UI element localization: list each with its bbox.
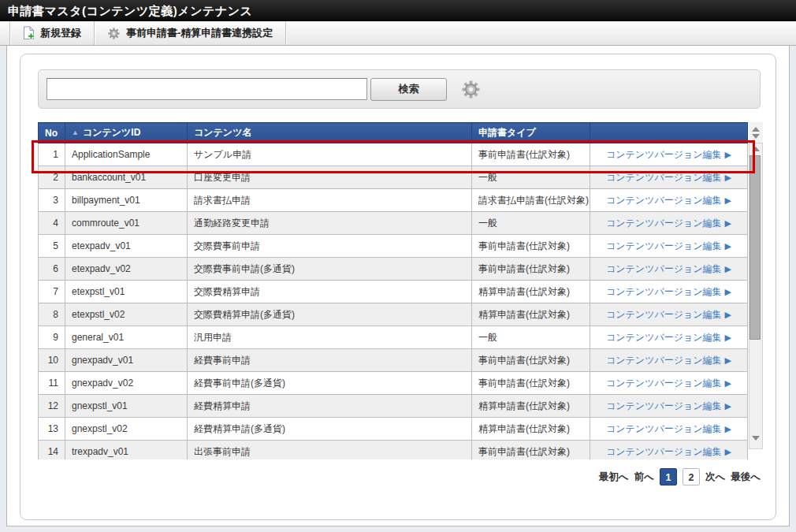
content-version-edit-label: コンテンツバージョン編集 — [606, 309, 722, 320]
scroll-up-icon[interactable] — [752, 127, 760, 132]
scroll-down-icon[interactable] — [752, 134, 760, 139]
content-version-edit-link[interactable]: コンテンツバージョン編集▶ — [606, 263, 731, 274]
content-version-edit-label: コンテンツバージョン編集 — [606, 332, 722, 343]
search-input[interactable] — [46, 78, 367, 100]
cell-content-name: 経費事前申請(多通貨) — [188, 372, 472, 395]
cell-content-id: gnexpstl_v02 — [65, 418, 188, 441]
content-version-edit-label: コンテンツバージョン編集 — [606, 149, 722, 160]
link-arrow-icon: ▶ — [725, 264, 731, 273]
content-version-edit-link[interactable]: コンテンツバージョン編集▶ — [606, 423, 731, 434]
table-row: 12 gnexpstl_v01 経費精算申請 精算申請書(仕訳対象) コンテンツ… — [39, 395, 748, 418]
cell-content-name: 交際費精算申請(多通貨) — [188, 303, 472, 326]
content-version-edit-label: コンテンツバージョン編集 — [606, 172, 722, 183]
cell-app-type: 事前申請書(仕訳対象) — [472, 235, 590, 258]
content-version-edit-link[interactable]: コンテンツバージョン編集▶ — [606, 195, 731, 206]
content-version-edit-label: コンテンツバージョン編集 — [606, 218, 722, 229]
link-arrow-icon: ▶ — [725, 355, 731, 365]
pagination-prev[interactable]: 前へ — [634, 471, 654, 484]
cell-app-type: 事前申請書(仕訳対象) — [472, 441, 590, 460]
pagination-last[interactable]: 最後へ — [731, 471, 761, 484]
cell-no: 9 — [39, 326, 65, 349]
scrollbar-header-buttons — [749, 122, 763, 143]
scrollbar-up-arrow[interactable] — [752, 147, 760, 151]
table-row: 10 gnexpadv_v01 経費事前申請 事前申請書(仕訳対象) コンテンツ… — [39, 349, 748, 372]
scrollbar-down-arrow[interactable] — [752, 436, 760, 441]
content-version-edit-link[interactable]: コンテンツバージョン編集▶ — [606, 286, 731, 297]
content-version-edit-link[interactable]: コンテンツバージョン編集▶ — [606, 400, 731, 411]
search-settings-gear-icon[interactable] — [461, 80, 481, 99]
cell-content-name: 出張事前申請 — [188, 441, 472, 460]
cell-content-id: gnexpadv_v01 — [65, 349, 188, 372]
link-settings-label: 事前申請書-精算申請書連携設定 — [126, 26, 273, 40]
cell-content-id: billpayment_v01 — [65, 189, 188, 212]
cell-app-type: 事前申請書(仕訳対象) — [472, 349, 590, 372]
cell-content-name: 交際費事前申請 — [188, 235, 472, 258]
table-row: 3 billpayment_v01 請求書払申請 請求書払申請書(仕訳対象) コ… — [39, 189, 748, 212]
content-version-edit-link[interactable]: コンテンツバージョン編集▶ — [606, 218, 731, 229]
link-arrow-icon: ▶ — [725, 333, 731, 342]
table-row: 5 etexpadv_v01 交際費事前申請 事前申請書(仕訳対象) コンテンツ… — [39, 235, 748, 258]
cell-no: 7 — [39, 281, 65, 303]
pagination-page-2[interactable]: 2 — [683, 468, 700, 485]
cell-content-name: 経費事前申請 — [188, 349, 472, 372]
content-version-edit-label: コンテンツバージョン編集 — [606, 423, 722, 434]
content-version-edit-label: コンテンツバージョン編集 — [606, 400, 722, 411]
new-register-button[interactable]: 新規登録 — [10, 21, 94, 45]
page-title: 申請書マスタ(コンテンツ定義)メンテナンス — [8, 4, 252, 17]
content-version-edit-link[interactable]: コンテンツバージョン編集▶ — [606, 332, 731, 343]
column-header-app-type[interactable]: 申請書タイプ — [472, 123, 590, 143]
link-arrow-icon: ▶ — [725, 447, 731, 456]
toolbar: 新規登録 事前申請書-精算申請書連携設定 — [0, 21, 796, 46]
scrollbar-thumb[interactable] — [750, 155, 761, 340]
table-row: 8 etexpstl_v02 交際費精算申請(多通貨) 精算申請書(仕訳対象) … — [39, 303, 748, 326]
content-version-edit-link[interactable]: コンテンツバージョン編集▶ — [606, 240, 731, 251]
link-arrow-icon: ▶ — [725, 401, 731, 411]
cell-content-id: etexpstl_v02 — [65, 303, 188, 326]
column-header-content-id[interactable]: ▲コンテンツID — [65, 123, 188, 143]
link-arrow-icon: ▶ — [725, 195, 731, 205]
table-row: 9 general_v01 汎用申請 一般 コンテンツバージョン編集▶ — [39, 326, 748, 349]
cell-app-type: 精算申請書(仕訳対象) — [472, 281, 590, 303]
content-version-edit-link[interactable]: コンテンツバージョン編集▶ — [606, 172, 731, 183]
pagination-first[interactable]: 最初へ — [599, 471, 629, 484]
cell-app-type: 精算申請書(仕訳対象) — [472, 395, 590, 418]
cell-content-id: etexpadv_v02 — [65, 258, 188, 281]
link-arrow-icon: ▶ — [725, 241, 731, 251]
cell-app-type: 精算申請書(仕訳対象) — [472, 303, 590, 326]
cell-content-id: bankaccount_v01 — [65, 166, 188, 189]
column-header-content-name[interactable]: コンテンツ名 — [188, 123, 472, 143]
cell-content-id: etexpadv_v01 — [65, 235, 188, 258]
cell-content-name: 交際費事前申請(多通貨) — [188, 258, 472, 281]
column-header-content-id-label: コンテンツID — [83, 127, 140, 138]
cell-content-id: general_v01 — [65, 326, 188, 349]
cell-no: 8 — [39, 303, 65, 326]
new-document-icon — [23, 26, 35, 40]
content-version-edit-link[interactable]: コンテンツバージョン編集▶ — [606, 378, 731, 389]
link-settings-button[interactable]: 事前申請書-精算申請書連携設定 — [95, 21, 285, 45]
content-version-edit-link[interactable]: コンテンツバージョン編集▶ — [606, 149, 731, 160]
table-row: 1 ApplicationSample サンプル申請 事前申請書(仕訳対象) コ… — [39, 143, 748, 166]
cell-no: 11 — [39, 372, 65, 395]
content-version-edit-link[interactable]: コンテンツバージョン編集▶ — [606, 355, 731, 366]
table-row: 7 etexpstl_v01 交際費精算申請 精算申請書(仕訳対象) コンテンツ… — [39, 281, 748, 303]
pagination-page-1[interactable]: 1 — [660, 468, 677, 485]
content-version-edit-label: コンテンツバージョン編集 — [606, 446, 722, 457]
content-version-edit-link[interactable]: コンテンツバージョン編集▶ — [606, 446, 731, 457]
cell-content-id: ApplicationSample — [65, 143, 188, 166]
cell-content-id: gnexpadv_v02 — [65, 372, 188, 395]
cell-content-name: 請求書払申請 — [188, 189, 472, 212]
cell-no: 5 — [39, 235, 65, 258]
cell-content-name: 交際費精算申請 — [188, 281, 472, 303]
cell-no: 2 — [39, 166, 65, 189]
column-header-no[interactable]: No — [39, 123, 65, 143]
content-version-edit-label: コンテンツバージョン編集 — [606, 263, 722, 274]
cell-no: 6 — [39, 258, 65, 281]
link-arrow-icon: ▶ — [725, 310, 731, 319]
cell-app-type: 事前申請書(仕訳対象) — [472, 372, 590, 395]
search-button[interactable]: 検索 — [370, 78, 447, 101]
pagination: 最初へ 前へ 1 2 次へ 最後へ — [38, 467, 761, 486]
content-version-edit-link[interactable]: コンテンツバージョン編集▶ — [606, 309, 731, 320]
pagination-next[interactable]: 次へ — [705, 471, 725, 484]
cell-no: 10 — [39, 349, 65, 372]
link-arrow-icon: ▶ — [725, 218, 731, 228]
